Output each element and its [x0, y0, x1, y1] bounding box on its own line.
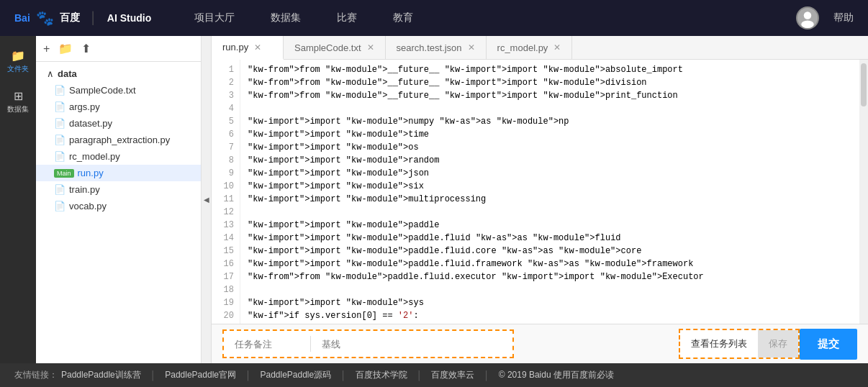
file-item-runpy[interactable]: Main run.py: [36, 165, 201, 181]
sidebar-label-datasets: 数据集: [7, 104, 29, 114]
view-task-button[interactable]: 查看任务列表: [680, 330, 758, 358]
file-label-train: train.py: [69, 184, 100, 195]
file-item-vocab[interactable]: 📄 vocab.py: [36, 198, 201, 214]
tab-searchtest[interactable]: search.test.json ✕: [386, 36, 487, 59]
file-tree-content: ∧ data 📄 SampleCode.txt 📄 args.py 📄 data…: [36, 62, 201, 363]
footer-link-paddleofficial[interactable]: PaddlePaddle官网: [165, 369, 236, 381]
sidebar-icon-datasets[interactable]: ⊞ 数据集: [0, 83, 36, 120]
footer-link-paddlesource[interactable]: PaddlePaddle源码: [260, 369, 331, 381]
file-label-runpy: run.py: [78, 168, 104, 178]
footer-link-baidutechs[interactable]: 百度技术学院: [356, 369, 407, 381]
task-note-input[interactable]: [224, 331, 310, 357]
logo-divider: │: [90, 12, 97, 24]
footer-sep-4: │: [417, 370, 422, 381]
file-icon-rcmodel: 📄: [54, 151, 65, 162]
grid-icon: ⊞: [14, 89, 23, 103]
tab-runpy[interactable]: run.py ✕: [212, 36, 284, 60]
collapse-arrow-icon: ◀: [204, 196, 209, 204]
file-label-rcmodel: rc_model.py: [69, 151, 120, 162]
inputs-group: [222, 329, 514, 358]
sidebar-icon-files[interactable]: 📁 文件夹: [0, 43, 36, 80]
scrollbar[interactable]: [859, 60, 868, 324]
footer-sep-5: │: [484, 370, 489, 381]
collapse-panel-button[interactable]: ◀: [202, 36, 212, 363]
file-tree-toolbar: + 📁 ⬆: [36, 36, 201, 62]
close-tab-searchtest[interactable]: ✕: [468, 43, 475, 52]
file-item-paragraph[interactable]: 📄 paragraph_extraction.py: [36, 132, 201, 148]
nav-item-competitions[interactable]: 比赛: [337, 8, 357, 28]
file-icon-samplecode: 📄: [54, 85, 65, 96]
line-numbers: 123456789101112131415161718192021222324: [212, 60, 240, 324]
file-item-rcmodel[interactable]: 📄 rc_model.py: [36, 148, 201, 165]
footer-label: 友情链接：: [14, 369, 58, 381]
file-item-dataset[interactable]: 📄 dataset.py: [36, 115, 201, 132]
main-content: 📁 文件夹 ⊞ 数据集 + 📁 ⬆ ∧ data 📄 SampleCode.tx…: [0, 36, 868, 363]
new-folder-icon[interactable]: 📁: [58, 42, 73, 55]
footer-copyright: © 2019 Baidu 使用百度前必读: [499, 369, 614, 381]
nav-item-education[interactable]: 教育: [393, 8, 413, 28]
file-item-args[interactable]: 📄 args.py: [36, 99, 201, 115]
file-label-vocab: vocab.py: [69, 201, 107, 211]
main-badge: Main: [54, 169, 74, 178]
logo-studio: AI Studio: [107, 12, 151, 24]
file-label-dataset: dataset.py: [69, 118, 112, 129]
file-tree: + 📁 ⬆ ∧ data 📄 SampleCode.txt 📄 args.py …: [36, 36, 202, 363]
close-tab-runpy[interactable]: ✕: [254, 43, 261, 52]
tab-rcmodel[interactable]: rc_model.py ✕: [487, 36, 573, 59]
main-nav: 项目大厅 数据集 比赛 教育: [194, 8, 796, 28]
footer-link-baiducloud[interactable]: 百度效率云: [431, 369, 474, 381]
footer-sep-3: │: [340, 370, 346, 381]
help-link[interactable]: 帮助: [833, 12, 854, 24]
tab-samplecode[interactable]: SampleCode.txt ✕: [284, 36, 386, 59]
nav-item-datasets[interactable]: 数据集: [271, 8, 301, 28]
sidebar-label-files: 文件夹: [7, 64, 29, 74]
svg-point-1: [804, 12, 812, 19]
logo: Bai🐾百度 │ AI Studio: [14, 9, 151, 27]
paw-icon: 🐾: [36, 9, 54, 27]
folder-data[interactable]: ∧ data: [36, 65, 201, 82]
close-tab-rcmodel[interactable]: ✕: [553, 43, 561, 52]
new-file-icon[interactable]: +: [43, 42, 50, 55]
save-button[interactable]: 保存: [758, 330, 798, 358]
file-icon-train: 📄: [54, 184, 65, 195]
file-icon-vocab: 📄: [54, 201, 65, 211]
folder-icon: 📁: [11, 49, 25, 63]
logo-baidu-full: 百度: [60, 12, 80, 24]
file-icon-dataset: 📄: [54, 118, 65, 129]
file-item-train[interactable]: 📄 train.py: [36, 181, 201, 198]
file-item-samplecode[interactable]: 📄 SampleCode.txt: [36, 82, 201, 99]
nav-item-projects[interactable]: 项目大厅: [194, 8, 235, 28]
folder-name: data: [58, 68, 77, 79]
avatar[interactable]: [796, 6, 819, 29]
bottom-bar: 查看任务列表 保存 提交: [212, 324, 868, 363]
logo-baidu-text: Bai: [14, 12, 30, 24]
baseline-input[interactable]: [311, 331, 512, 357]
action-buttons: 查看任务列表 保存 提交: [679, 329, 857, 360]
chevron-down-icon: ∧: [47, 68, 54, 79]
footer-sep-1: │: [150, 370, 156, 381]
header: Bai🐾百度 │ AI Studio 项目大厅 数据集 比赛 教育 帮助: [0, 0, 868, 36]
upload-icon[interactable]: ⬆: [81, 42, 91, 55]
tab-label-searchtest: search.test.json: [397, 42, 462, 53]
editor-tabs: run.py ✕ SampleCode.txt ✕ search.test.js…: [212, 36, 868, 60]
view-save-group: 查看任务列表 保存: [679, 329, 800, 359]
tab-label-rcmodel: rc_model.py: [497, 42, 548, 53]
footer-sep-2: │: [245, 370, 251, 381]
close-tab-samplecode[interactable]: ✕: [367, 43, 374, 52]
tab-label-runpy: run.py: [222, 42, 248, 53]
file-label-args: args.py: [69, 101, 100, 112]
svg-point-2: [801, 21, 814, 29]
file-label-paragraph: paragraph_extraction.py: [69, 135, 170, 145]
sidebar-icons: 📁 文件夹 ⊞ 数据集: [0, 36, 36, 363]
header-right: 帮助: [796, 6, 854, 29]
file-icon-paragraph: 📄: [54, 135, 65, 145]
code-editor: 123456789101112131415161718192021222324 …: [212, 60, 868, 324]
file-label-samplecode: SampleCode.txt: [69, 85, 136, 96]
footer: 友情链接： PaddlePaddle训练营 │ PaddlePaddle官网 │…: [0, 363, 868, 387]
tab-label-samplecode: SampleCode.txt: [294, 42, 361, 53]
scroll-thumb[interactable]: [861, 63, 867, 106]
editor-area: run.py ✕ SampleCode.txt ✕ search.test.js…: [212, 36, 868, 363]
submit-button[interactable]: 提交: [800, 329, 857, 360]
footer-link-paddlecamp[interactable]: PaddlePaddle训练营: [61, 369, 141, 381]
code-content[interactable]: "kw-from">from "kw-module">__future__ "k…: [240, 60, 859, 324]
